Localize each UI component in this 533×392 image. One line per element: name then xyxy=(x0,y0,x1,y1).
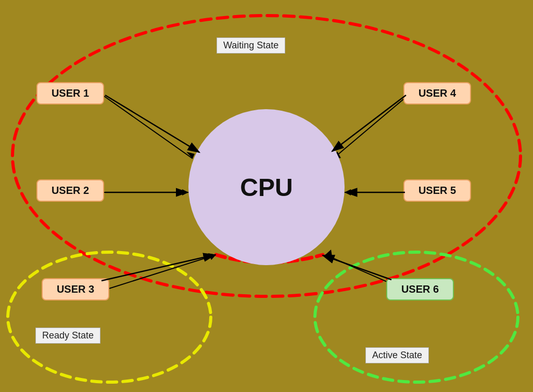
svg-line-3 xyxy=(104,96,193,159)
active-state-label: Active State xyxy=(365,347,429,363)
svg-line-18 xyxy=(101,255,215,281)
svg-marker-6 xyxy=(182,189,188,195)
cpu-circle: CPU xyxy=(188,109,345,265)
cpu-label: CPU xyxy=(240,173,293,202)
svg-marker-8 xyxy=(208,253,216,260)
svg-line-9 xyxy=(333,96,407,159)
waiting-state-label: Waiting State xyxy=(217,37,285,54)
svg-line-7 xyxy=(104,255,216,290)
svg-marker-4 xyxy=(186,152,195,159)
svg-line-21 xyxy=(323,255,391,280)
user4-box: USER 4 xyxy=(403,82,471,104)
user3-box: USER 3 xyxy=(42,278,109,300)
svg-point-1 xyxy=(8,252,211,382)
svg-line-19 xyxy=(332,95,406,151)
user6-box: USER 6 xyxy=(386,278,454,300)
user1-box: USER 1 xyxy=(36,82,104,104)
user5-box: USER 5 xyxy=(403,179,471,202)
ready-state-label: Ready State xyxy=(35,328,100,344)
svg-line-16 xyxy=(105,95,199,152)
svg-marker-14 xyxy=(325,250,332,256)
user2-box: USER 2 xyxy=(36,179,104,202)
svg-marker-12 xyxy=(345,189,351,195)
